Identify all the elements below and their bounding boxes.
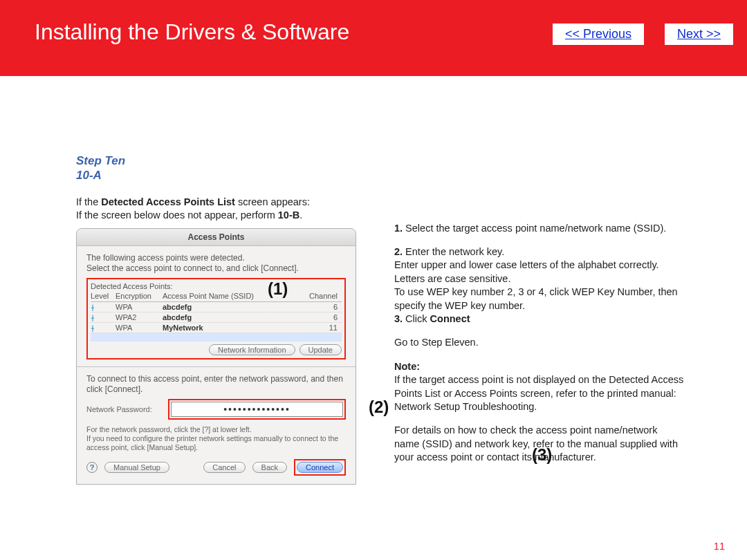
password-input[interactable]: ••••••••••••••: [171, 402, 343, 417]
step-heading: Step Ten 10-A: [76, 153, 360, 183]
access-points-table: Level Encryption Access Point Name (SSID…: [91, 292, 342, 342]
dialog-title: Access Points: [77, 229, 356, 246]
note-1: If the target access point is not displa…: [394, 373, 685, 414]
note-label: Note:: [394, 360, 685, 374]
step2-body2: To use WEP key number 2, 3 or 4, click W…: [394, 286, 685, 312]
signal-icon: ⟊: [91, 314, 95, 321]
dialog-footer: ? Manual Setup Cancel Back (3) Connect: [86, 452, 346, 476]
content-area: Step Ten 10-A If the Detected Access Poi…: [76, 153, 699, 485]
table-row[interactable]: ⟊ WPA MyNetwork 11: [91, 323, 342, 333]
previous-link[interactable]: << Previous: [553, 24, 644, 45]
right-column: 1. Select the target access point name/n…: [394, 153, 685, 485]
cancel-button[interactable]: Cancel: [203, 462, 245, 473]
password-area: Network Password: •••••••••••••• (2): [86, 399, 346, 420]
callout-3: (3): [532, 445, 552, 465]
callout-2: (2): [369, 398, 389, 417]
left-column: Step Ten 10-A If the Detected Access Poi…: [76, 153, 360, 485]
page-title: Installing the Drivers & Software: [35, 0, 349, 45]
separator: [77, 366, 356, 367]
page-number: 11: [714, 541, 725, 552]
next-link[interactable]: Next >>: [665, 24, 733, 45]
detected-list-highlight: (1) Detected Access Points: Level Encryp…: [86, 278, 346, 360]
detected-text: The following access points were detecte…: [86, 253, 346, 274]
connect-button[interactable]: Connect: [297, 462, 343, 473]
connect-hint: To connect to this access point, enter t…: [86, 374, 346, 395]
nav-group: << Previous Next >>: [553, 24, 733, 45]
access-points-dialog: Access Points The following access point…: [76, 228, 356, 485]
back-button[interactable]: Back: [252, 462, 287, 473]
table-label: Detected Access Points:: [91, 282, 342, 290]
step1-text: 1. Select the target access point name/n…: [394, 222, 685, 236]
step2-body1: Enter upper and lower case letters of th…: [394, 259, 685, 286]
password-label: Network Password:: [86, 405, 163, 413]
password-note: For the network password, click the [?] …: [86, 425, 346, 452]
signal-icon: ⟊: [91, 304, 95, 311]
manual-setup-button[interactable]: Manual Setup: [104, 462, 169, 473]
signal-icon: ⟊: [91, 324, 95, 332]
help-icon[interactable]: ?: [86, 462, 98, 473]
header-banner: Installing the Drivers & Software << Pre…: [0, 0, 747, 76]
network-info-button[interactable]: Network Information: [209, 344, 295, 355]
table-row[interactable]: ⟊ WPA abcdefg 6: [91, 302, 342, 312]
intro-text: If the Detected Access Points List scree…: [76, 196, 360, 223]
table-row[interactable]: ⟊ WPA2 abcdefg 6: [91, 312, 342, 323]
callout-1: (1): [268, 279, 288, 299]
step3-text: 3. Click Connect: [394, 312, 685, 326]
update-button[interactable]: Update: [299, 344, 342, 355]
step2-head: 2. Enter the network key.: [394, 245, 685, 259]
scroll-indicator: [91, 333, 342, 342]
goto-step: Go to Step Eleven.: [394, 336, 685, 350]
step-line2: 10-A: [76, 168, 360, 183]
step-line1: Step Ten: [76, 153, 360, 168]
